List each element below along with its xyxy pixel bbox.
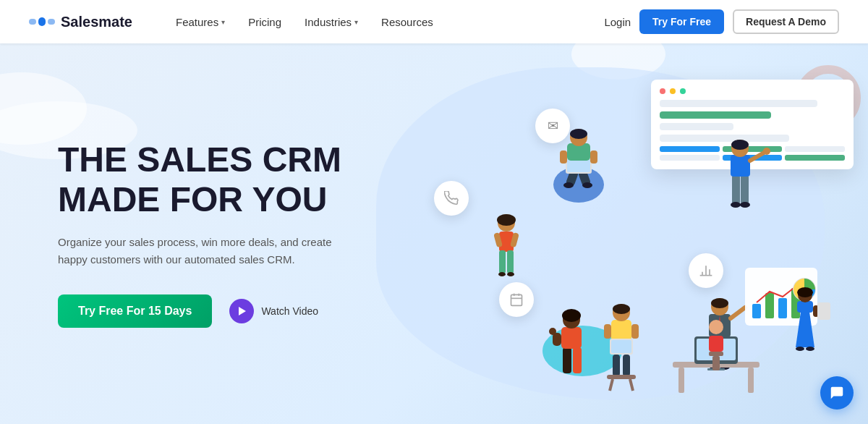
request-demo-button[interactable]: Request A Demo [733,9,839,34]
try-free-nav-button[interactable]: Try For Free [639,9,724,34]
svg-rect-93 [712,356,720,370]
svg-rect-76 [797,301,813,313]
watch-video-label: Watch Video [261,305,318,317]
svg-rect-73 [778,298,787,318]
nav-resources[interactable]: Resources [381,16,433,28]
nav-links: Features ▾ Pricing Industries ▾ Resource… [176,16,604,28]
svg-rect-32 [732,175,740,204]
svg-point-81 [796,347,804,351]
svg-rect-85 [748,368,754,393]
svg-rect-44 [561,327,582,349]
nav-features[interactable]: Features ▾ [176,16,225,28]
svg-rect-57 [623,355,630,376]
illustration-area: ✉ [391,43,868,424]
hero-actions: Try Free For 15 Days Watch Video [58,294,341,328]
login-link[interactable]: Login [604,16,631,28]
svg-rect-91 [709,336,723,352]
svg-rect-42 [563,347,571,373]
svg-rect-72 [765,293,774,318]
svg-rect-71 [752,304,761,318]
svg-rect-0 [29,19,36,25]
svg-point-16 [498,272,506,276]
svg-rect-33 [741,175,749,204]
svg-line-59 [610,379,613,391]
svg-rect-84 [678,368,684,393]
svg-rect-49 [611,320,631,342]
svg-point-17 [507,272,514,276]
svg-rect-26 [567,159,590,172]
svg-rect-2 [48,19,55,25]
svg-point-48 [549,328,556,335]
logo[interactable]: Salesmate [29,13,132,30]
svg-rect-43 [573,347,582,373]
svg-rect-36 [731,155,750,177]
industries-chevron-icon: ▾ [354,18,358,26]
hero-content: THE SALES CRM MADE FOR YOU Organize your… [58,140,341,328]
svg-point-23 [563,182,574,188]
svg-rect-55 [611,340,631,353]
svg-point-78 [797,287,813,297]
hero-title: THE SALES CRM MADE FOR YOU [58,140,341,219]
svg-rect-47 [553,333,561,346]
svg-point-82 [806,347,814,351]
features-chevron-icon: ▾ [221,18,225,26]
svg-point-38 [731,140,749,150]
svg-rect-31 [590,150,597,164]
chat-bubble-button[interactable] [820,376,854,410]
svg-rect-53 [631,324,639,339]
logo-icon [29,13,55,30]
svg-point-90 [709,320,723,334]
nav-pricing[interactable]: Pricing [248,16,281,28]
svg-line-60 [630,379,633,391]
navbar: Salesmate Features ▾ Pricing Industries … [0,0,868,43]
nav-actions: Login Try For Free Request A Demo [604,9,839,34]
chat-icon [829,385,845,401]
svg-point-34 [731,202,741,208]
svg-point-29 [570,129,587,139]
hero-section: THE SALES CRM MADE FOR YOU Organize your… [0,43,868,424]
watch-video-button[interactable]: Watch Video [229,299,318,323]
svg-point-40 [763,148,770,155]
svg-point-24 [582,182,592,188]
svg-line-69 [731,308,745,318]
svg-rect-15 [507,250,514,274]
people-illustration [391,43,868,424]
svg-rect-14 [499,250,506,274]
logo-text: Salesmate [61,14,132,30]
svg-line-39 [750,152,765,161]
svg-rect-52 [604,324,611,339]
hero-subtitle: Organize your sales process, win more de… [58,234,340,268]
svg-rect-56 [613,355,620,376]
svg-point-12 [497,214,516,226]
svg-point-68 [711,298,728,308]
svg-rect-92 [709,352,723,356]
svg-point-51 [613,304,630,314]
svg-point-46 [562,309,581,322]
svg-rect-30 [560,150,567,164]
nav-industries[interactable]: Industries ▾ [305,16,358,28]
svg-point-35 [740,202,750,208]
svg-rect-58 [607,375,636,379]
try-free-cta-button[interactable]: Try Free For 15 Days [58,294,212,328]
svg-rect-1 [38,17,46,26]
svg-rect-80 [817,302,830,320]
play-icon[interactable] [229,299,254,323]
